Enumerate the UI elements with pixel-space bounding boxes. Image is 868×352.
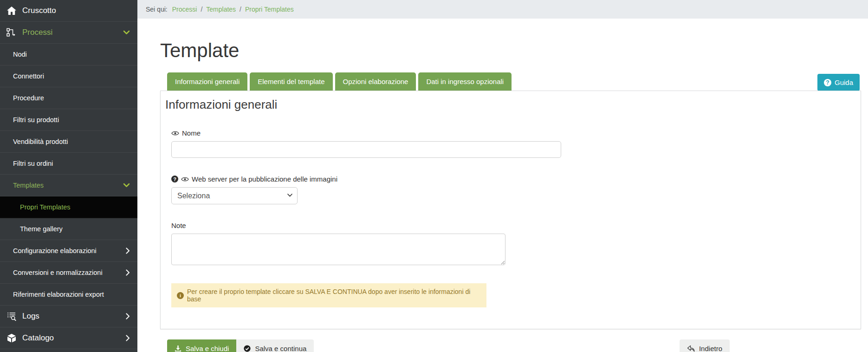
- webserver-label-text: Web server per la pubblicazione delle im…: [192, 175, 337, 183]
- sidebar-item-connettori[interactable]: Connettori: [0, 65, 137, 87]
- sidebar-item-label: Theme gallery: [20, 225, 63, 233]
- tab-dati-in-ingresso-opzionali[interactable]: Dati in ingresso opzionali: [418, 72, 512, 91]
- nome-label: Nome: [171, 129, 851, 137]
- breadcrumb-separator: /: [240, 6, 241, 13]
- sidebar-item-label: Vendibilità prodotti: [13, 138, 68, 145]
- sidebar-item-procedure[interactable]: Procedure: [0, 87, 137, 109]
- sidebar-item-processi[interactable]: Processi: [0, 22, 137, 44]
- breadcrumb-link-templates[interactable]: Templates: [206, 6, 236, 13]
- note-textarea[interactable]: [171, 234, 505, 265]
- breadcrumb: Sei qui: Processi / Templates / Propri T…: [137, 0, 868, 19]
- sidebar-item-propri-templates[interactable]: Propri Templates: [0, 196, 137, 218]
- chevron-right-icon: [126, 313, 130, 319]
- tab-bar: Informazioni generaliElementi del templa…: [167, 72, 868, 91]
- flow-icon: [6, 28, 18, 38]
- field-group-note: Note: [171, 222, 851, 267]
- tab-elementi-del-template[interactable]: Elementi del template: [250, 72, 332, 91]
- main-area: Sei qui: Processi / Templates / Propri T…: [137, 0, 868, 352]
- page-title: Template: [160, 40, 868, 61]
- breadcrumb-prefix: Sei qui:: [146, 6, 168, 13]
- sidebar-item-label: Templates: [13, 182, 44, 189]
- info-circle-icon: i: [177, 292, 184, 299]
- note-label-text: Note: [171, 222, 186, 229]
- undo-icon: [687, 345, 695, 352]
- sidebar-item-label: Configurazione elaborazioni: [13, 247, 97, 254]
- sidebar-item-label: Nodi: [13, 51, 27, 58]
- sidebar-item-label: Propri Templates: [20, 203, 71, 211]
- breadcrumb-separator: /: [201, 6, 202, 13]
- sidebar-item-catalogo[interactable]: Catalogo: [0, 327, 137, 349]
- save-continue-label: Salva e continua: [255, 345, 306, 352]
- check-circle-icon: [244, 345, 251, 352]
- chevron-right-icon: [126, 335, 130, 341]
- webserver-label: ? Web server per la pubblicazione delle …: [171, 175, 851, 183]
- eye-icon: [171, 130, 179, 136]
- sidebar-item-conversioni-e-normalizzazioni[interactable]: Conversioni e normalizzazioni: [0, 262, 137, 284]
- webserver-select[interactable]: Seleziona: [171, 187, 298, 204]
- tab-informazioni-generali[interactable]: Informazioni generali: [167, 72, 247, 91]
- logs-icon: [6, 312, 18, 321]
- sidebar-item-label: Filtri su prodotti: [13, 116, 59, 124]
- sidebar-item-templates[interactable]: Templates: [0, 175, 137, 196]
- info-alert-wrap: i Per creare il proprio template cliccar…: [171, 283, 851, 307]
- sidebar-filler: [0, 349, 137, 352]
- note-label: Note: [171, 222, 851, 229]
- sidebar-item-label: Procedure: [13, 94, 44, 102]
- catalog-icon: [6, 333, 18, 343]
- info-alert-text: Per creare il proprio template cliccare …: [187, 288, 481, 303]
- nome-label-text: Nome: [182, 129, 201, 137]
- sidebar-item-cruscotto[interactable]: Cruscotto: [0, 0, 137, 22]
- sidebar-item-label: Riferimenti elaborazioni export: [13, 291, 104, 298]
- save-close-button[interactable]: Salva e chiudi: [167, 339, 236, 352]
- sidebar-item-label: Processi: [22, 28, 52, 37]
- sidebar-item-label: Conversioni e normalizzazioni: [13, 269, 103, 276]
- sidebar-item-label: Cruscotto: [22, 6, 56, 15]
- nome-input[interactable]: [171, 141, 561, 158]
- tab-opzioni-elaborazione[interactable]: Opzioni elaborazione: [335, 72, 416, 91]
- breadcrumb-link-processi[interactable]: Processi: [172, 6, 197, 13]
- back-button-label: Indietro: [699, 345, 722, 352]
- sidebar-item-configurazione-elaborazioni[interactable]: Configurazione elaborazioni: [0, 240, 137, 262]
- general-info-panel: Informazioni generali Nome ? Web server …: [160, 91, 861, 329]
- question-circle-icon[interactable]: ?: [171, 176, 178, 183]
- sidebar-item-logs[interactable]: Logs: [0, 306, 137, 327]
- download-icon: [175, 345, 181, 352]
- sidebar-item-theme-gallery[interactable]: Theme gallery: [0, 218, 137, 240]
- sidebar-item-filtri-su-ordini[interactable]: Filtri su ordini: [0, 153, 137, 175]
- eye-icon: [181, 176, 189, 182]
- field-group-webserver: ? Web server per la pubblicazione delle …: [171, 175, 851, 204]
- chevron-right-icon: [126, 269, 130, 276]
- sidebar-item-nodi[interactable]: Nodi: [0, 44, 137, 65]
- back-button[interactable]: Indietro: [680, 339, 730, 352]
- chevron-down-icon: [123, 30, 130, 35]
- footer-actions: Salva e chiudi Salva e continua Indietro: [160, 339, 861, 352]
- field-group-nome: Nome: [171, 129, 851, 158]
- info-alert: i Per creare il proprio template cliccar…: [171, 283, 486, 307]
- sidebar-item-filtri-su-prodotti[interactable]: Filtri su prodotti: [0, 109, 137, 131]
- chevron-right-icon: [126, 248, 130, 254]
- save-close-label: Salva e chiudi: [186, 345, 229, 352]
- section-title: Informazioni generali: [165, 98, 851, 112]
- sidebar-item-label: Catalogo: [22, 333, 54, 343]
- content: Template Informazioni generaliElementi d…: [137, 40, 868, 352]
- sidebar-item-label: Logs: [22, 312, 39, 321]
- sidebar-item-label: Connettori: [13, 72, 44, 80]
- sidebar-item-vendibilit-prodotti[interactable]: Vendibilità prodotti: [0, 131, 137, 153]
- chevron-down-icon: [123, 183, 130, 188]
- sidebar-item-riferimenti-elaborazioni-export[interactable]: Riferimenti elaborazioni export: [0, 284, 137, 306]
- breadcrumb-link-propri-templates[interactable]: Propri Templates: [245, 6, 294, 13]
- save-continue-button[interactable]: Salva e continua: [236, 339, 314, 352]
- sidebar-item-label: Filtri su ordini: [13, 160, 53, 167]
- sidebar: CruscottoProcessiNodiConnettoriProcedure…: [0, 0, 137, 352]
- webserver-select-wrap: Seleziona: [171, 187, 298, 204]
- home-icon: [6, 7, 18, 15]
